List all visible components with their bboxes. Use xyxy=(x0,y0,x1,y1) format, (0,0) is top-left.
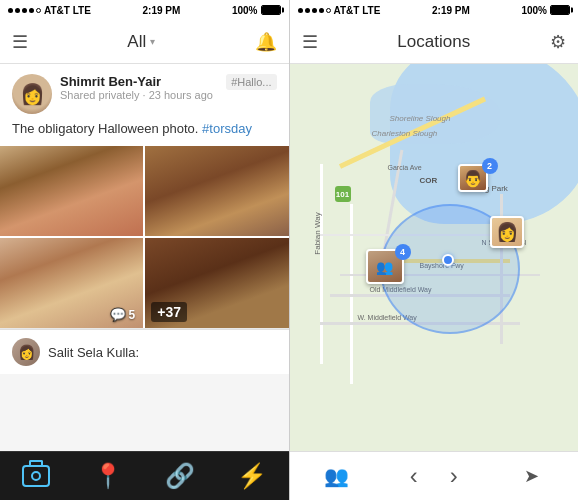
comment-count: 5 xyxy=(129,308,136,322)
pin-icon: 📍 xyxy=(93,462,123,490)
nav-controls: ‹ › xyxy=(396,458,472,494)
battery-area-left: 100% xyxy=(232,5,281,16)
battery-percent-right: 100% xyxy=(521,5,547,16)
post-text: The obligatory Halloween photo. #torsday xyxy=(12,120,277,138)
photo-cell-1[interactable] xyxy=(0,146,143,236)
map-badge-2: 2 xyxy=(482,158,498,174)
navigate-icon: ➤ xyxy=(524,465,539,487)
left-panel: AT&T LTE 2:19 PM 100% ☰ All ▾ 🔔 👩 xyxy=(0,0,289,500)
current-location-dot xyxy=(442,254,454,266)
photo-cell-2[interactable] xyxy=(145,146,288,236)
people-list-button[interactable]: 👥 xyxy=(318,458,354,494)
tab-link[interactable]: 🔗 xyxy=(144,452,216,500)
time-left: 2:19 PM xyxy=(142,5,180,16)
post-sub: Shared privately · 23 hours ago xyxy=(60,89,226,101)
time-right: 2:19 PM xyxy=(432,5,470,16)
prev-button[interactable]: ‹ xyxy=(396,458,432,494)
map-label-cor: COR xyxy=(420,176,438,185)
next-post-author: Salit Sela Kulla: xyxy=(48,345,139,360)
map-badge-4: 4 xyxy=(395,244,411,260)
chevron-down-icon[interactable]: ▾ xyxy=(150,36,155,47)
hashtag[interactable]: #torsday xyxy=(198,121,251,136)
map-container[interactable]: 101 Shoreline Slough Charleston Slough D… xyxy=(290,64,579,451)
camera-lens xyxy=(31,471,41,481)
carrier-label: AT&T LTE xyxy=(44,5,91,16)
tab-camera[interactable] xyxy=(0,452,72,500)
status-bar-right: AT&T LTE 2:19 PM 100% xyxy=(290,0,579,20)
signal-dots-right xyxy=(298,8,331,13)
battery-percent-left: 100% xyxy=(232,5,258,16)
app-header-right: ☰ Locations ⚙ xyxy=(290,20,579,64)
map-photo-2[interactable]: 👩 xyxy=(490,216,524,248)
small-avatar: 👩 xyxy=(12,338,40,366)
photo-cell-4[interactable]: +37 xyxy=(145,238,288,328)
post-meta: Shimrit Ben-Yair Shared privately · 23 h… xyxy=(60,74,226,101)
post-card: 👩 Shimrit Ben-Yair Shared privately · 23… xyxy=(0,64,289,329)
header-title-left: All xyxy=(127,32,146,52)
battery-area-right: 100% xyxy=(521,5,570,16)
carrier-info: AT&T LTE xyxy=(8,5,91,16)
plus-count: +37 xyxy=(151,302,187,322)
tab-location[interactable]: 📍 xyxy=(72,452,144,500)
navigate-button[interactable]: ➤ xyxy=(513,458,549,494)
avatar: 👩 xyxy=(12,74,52,114)
highway-badge: 101 xyxy=(335,186,351,202)
map-background: 101 Shoreline Slough Charleston Slough D… xyxy=(290,64,579,451)
next-icon: › xyxy=(450,462,458,490)
battery-icon-right xyxy=(550,5,570,15)
link-icon: 🔗 xyxy=(165,462,195,490)
signal-dot-r1 xyxy=(298,8,303,13)
comment-badge: 💬 5 xyxy=(110,307,136,322)
camera-icon xyxy=(22,465,50,487)
poster-name: Shimrit Ben-Yair xyxy=(60,74,226,89)
avatar-face: 👩 xyxy=(12,74,52,114)
signal-dot-r4 xyxy=(319,8,324,13)
signal-dot-4 xyxy=(29,8,34,13)
carrier-info-right: AT&T LTE xyxy=(298,5,381,16)
signal-dot-1 xyxy=(8,8,13,13)
post-text-main: The obligatory Halloween photo. xyxy=(12,121,198,136)
next-button[interactable]: › xyxy=(436,458,472,494)
menu-icon-left[interactable]: ☰ xyxy=(12,31,28,53)
photo-cell-3[interactable]: 💬 5 xyxy=(0,238,143,328)
signal-dots xyxy=(8,8,41,13)
photo-grid: 💬 5 +37 xyxy=(0,146,289,328)
map-bottom-bar: 👥 ‹ › ➤ xyxy=(290,451,579,500)
status-bar-left: AT&T LTE 2:19 PM 100% xyxy=(0,0,289,20)
gear-icon[interactable]: ⚙ xyxy=(550,31,566,53)
header-title-right: Locations xyxy=(397,32,470,52)
lightning-icon: ⚡ xyxy=(237,462,267,490)
right-panel: AT&T LTE 2:19 PM 100% ☰ Locations ⚙ xyxy=(290,0,579,500)
bottom-tabs: 📍 🔗 ⚡ xyxy=(0,451,289,500)
feed-content: 👩 Shimrit Ben-Yair Shared privately · 23… xyxy=(0,64,289,451)
tab-lightning[interactable]: ⚡ xyxy=(216,452,288,500)
signal-dot-5 xyxy=(36,8,41,13)
map-label-shoreline-slough: Shoreline Slough xyxy=(390,114,451,123)
tag-preview: #Hallo... xyxy=(226,74,276,90)
post-header: 👩 Shimrit Ben-Yair Shared privately · 23… xyxy=(12,74,277,114)
map-label-garcia: Garcia Ave xyxy=(388,164,422,171)
app-header-left: ☰ All ▾ 🔔 xyxy=(0,20,289,64)
signal-dot-3 xyxy=(22,8,27,13)
next-post-preview[interactable]: 👩 Salit Sela Kulla: xyxy=(0,329,289,374)
signal-dot-r2 xyxy=(305,8,310,13)
carrier-label-right: AT&T LTE xyxy=(334,5,381,16)
title-area: All ▾ xyxy=(127,32,155,52)
menu-icon-right[interactable]: ☰ xyxy=(302,31,318,53)
signal-dot-r5 xyxy=(326,8,331,13)
fabian-way xyxy=(320,164,323,364)
people-list-icon: 👥 xyxy=(324,464,349,488)
battery-icon-left xyxy=(261,5,281,15)
prev-icon: ‹ xyxy=(410,462,418,490)
battery-fill-left xyxy=(262,6,280,14)
bell-icon[interactable]: 🔔 xyxy=(255,31,277,53)
signal-dot-2 xyxy=(15,8,20,13)
signal-dot-r3 xyxy=(312,8,317,13)
map-label-fabian: Fabian Way xyxy=(312,212,321,254)
map-label-charleston: Charleston Slough xyxy=(372,129,438,138)
battery-fill-right xyxy=(551,6,569,14)
